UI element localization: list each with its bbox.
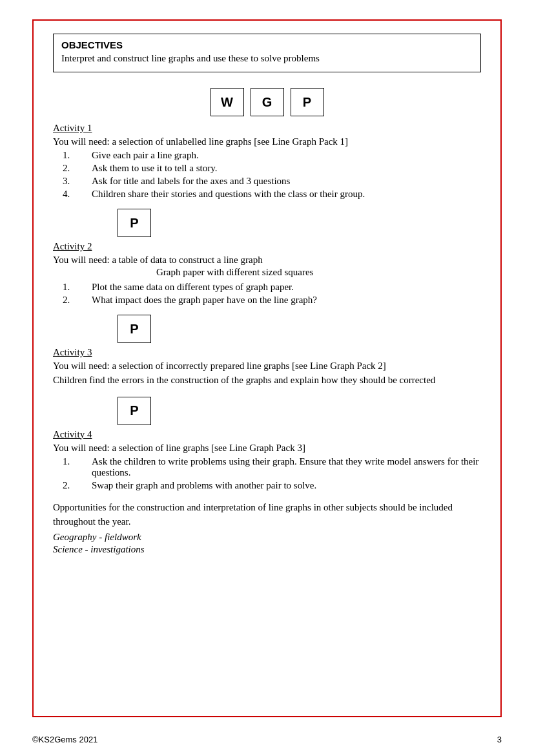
list-item: Ask for title and labels for the axes an… [72,176,481,187]
footer-geography: Geography - fieldwork [53,532,481,543]
footer-para1: Opportunities for the construction and i… [53,500,481,529]
activity2-steps: Plot the same data on different types of… [72,282,481,306]
page-footer: ©KS2Gems 2021 3 [0,735,534,744]
activity4-badge-row: P [118,397,481,425]
list-item: Ask them to use it to tell a story. [72,163,481,174]
footer-note-section: Opportunities for the construction and i… [53,500,481,555]
page: OBJECTIVES Interpret and construct line … [0,0,534,756]
list-item: Children share their stories and questio… [72,189,481,200]
activity2-you-will-need: You will need: a table of data to constr… [53,255,481,266]
activity4-steps: Ask the children to write problems using… [72,456,481,491]
badge-G: G [251,88,284,116]
activity2-section: Activity 2 You will need: a table of dat… [53,241,481,306]
activity3-section: Activity 3 You will need: a selection of… [53,347,481,388]
activity1-label: Activity 1 [53,123,481,134]
list-item: What impact does the graph paper have on… [72,295,481,306]
activity3-you-will-need: You will need: a selection of incorrectl… [53,361,481,372]
list-item: Plot the same data on different types of… [72,282,481,293]
footer-science: Science - investigations [53,544,481,555]
badge-P-activity3: P [118,315,151,343]
list-item: Swap their graph and problems with anoth… [72,480,481,491]
activity1-section: Activity 1 You will need: a selection of… [53,123,481,200]
activity3-description: Children find the errors in the construc… [53,373,481,388]
activity1-steps: Give each pair a line graph. Ask them to… [72,150,481,200]
activity2-indent: Graph paper with different sized squares [156,267,481,278]
activity4-you-will-need: You will need: a selection of line graph… [53,443,481,454]
activity3-badge-row: P [118,315,481,343]
list-item: Give each pair a line graph. [72,150,481,161]
activity1-you-will-need: You will need: a selection of unlabelled… [53,136,481,147]
copyright: ©KS2Gems 2021 [32,735,98,744]
activity2-badge-row: P [118,209,481,237]
badge-W: W [211,88,244,116]
badge-P-activity4: P [118,397,151,425]
activity4-section: Activity 4 You will need: a selection of… [53,429,481,491]
badge-P-activity2: P [118,209,151,237]
activity3-label: Activity 3 [53,347,481,358]
list-item: Ask the children to write problems using… [72,456,481,478]
objectives-box: OBJECTIVES Interpret and construct line … [53,34,481,72]
page-number: 3 [497,735,502,744]
activity1-badge-row: W G P [53,88,481,116]
activity2-label: Activity 2 [53,241,481,252]
badge-P: P [291,88,324,116]
objectives-title: OBJECTIVES [61,39,473,50]
activity4-label: Activity 4 [53,429,481,440]
objectives-text: Interpret and construct line graphs and … [61,53,473,64]
outer-border: OBJECTIVES Interpret and construct line … [32,19,502,717]
